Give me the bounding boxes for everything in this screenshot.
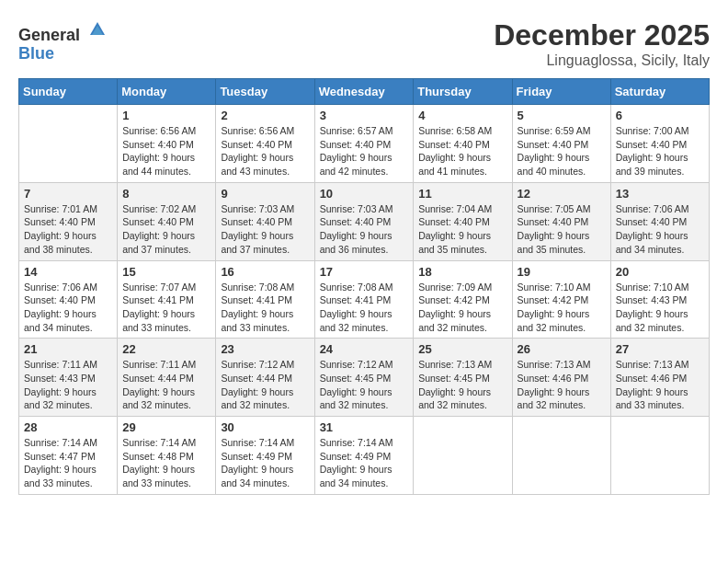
cell-sun-info: Sunrise: 7:02 AM Sunset: 4:40 PM Dayligh… — [122, 202, 210, 257]
weekday-header-thursday: Thursday — [414, 79, 512, 105]
day-number: 30 — [221, 420, 309, 434]
calendar-cell: 12Sunrise: 7:05 AM Sunset: 4:40 PM Dayli… — [512, 182, 610, 260]
day-number: 25 — [418, 342, 506, 356]
logo: General Blue — [18, 18, 108, 63]
day-number: 5 — [518, 109, 606, 122]
weekday-header-wednesday: Wednesday — [314, 79, 414, 105]
calendar-cell — [610, 417, 709, 495]
day-number: 21 — [24, 342, 112, 356]
month-title: December 2025 — [494, 18, 710, 52]
calendar-cell: 11Sunrise: 7:04 AM Sunset: 4:40 PM Dayli… — [414, 182, 512, 260]
cell-sun-info: Sunrise: 7:12 AM Sunset: 4:45 PM Dayligh… — [320, 358, 409, 412]
calendar-cell: 3Sunrise: 6:57 AM Sunset: 4:40 PM Daylig… — [314, 105, 414, 183]
cell-sun-info: Sunrise: 7:04 AM Sunset: 4:40 PM Dayligh… — [418, 202, 506, 257]
day-number: 1 — [122, 109, 210, 122]
calendar-cell: 24Sunrise: 7:12 AM Sunset: 4:45 PM Dayli… — [314, 339, 414, 417]
cell-sun-info: Sunrise: 6:59 AM Sunset: 4:40 PM Dayligh… — [518, 124, 606, 178]
calendar-week-row: 14Sunrise: 7:06 AM Sunset: 4:40 PM Dayli… — [19, 260, 710, 339]
weekday-header-saturday: Saturday — [610, 79, 709, 105]
day-number: 3 — [320, 109, 409, 122]
cell-sun-info: Sunrise: 7:14 AM Sunset: 4:49 PM Dayligh… — [221, 436, 309, 490]
day-number: 11 — [418, 187, 506, 201]
day-number: 24 — [320, 342, 409, 356]
calendar-week-row: 28Sunrise: 7:14 AM Sunset: 4:47 PM Dayli… — [19, 417, 710, 495]
cell-sun-info: Sunrise: 7:13 AM Sunset: 4:46 PM Dayligh… — [616, 358, 704, 412]
calendar-cell: 1Sunrise: 6:56 AM Sunset: 4:40 PM Daylig… — [118, 105, 216, 183]
cell-sun-info: Sunrise: 7:01 AM Sunset: 4:40 PM Dayligh… — [24, 202, 112, 257]
logo-blue: Blue — [18, 44, 54, 63]
calendar-cell: 20Sunrise: 7:10 AM Sunset: 4:43 PM Dayli… — [610, 260, 709, 339]
calendar-cell: 30Sunrise: 7:14 AM Sunset: 4:49 PM Dayli… — [216, 417, 314, 495]
calendar-cell: 18Sunrise: 7:09 AM Sunset: 4:42 PM Dayli… — [414, 260, 512, 339]
day-number: 29 — [122, 420, 210, 434]
calendar-cell: 14Sunrise: 7:06 AM Sunset: 4:40 PM Dayli… — [19, 260, 118, 339]
day-number: 8 — [122, 187, 210, 201]
calendar-cell: 2Sunrise: 6:56 AM Sunset: 4:40 PM Daylig… — [216, 105, 314, 183]
calendar-cell: 22Sunrise: 7:11 AM Sunset: 4:44 PM Dayli… — [118, 339, 216, 417]
day-number: 10 — [320, 187, 409, 201]
calendar-cell: 13Sunrise: 7:06 AM Sunset: 4:40 PM Dayli… — [610, 182, 709, 260]
calendar-cell — [512, 417, 610, 495]
calendar-cell: 23Sunrise: 7:12 AM Sunset: 4:44 PM Dayli… — [216, 339, 314, 417]
day-number: 31 — [320, 420, 409, 434]
logo-icon — [86, 18, 108, 40]
calendar-table: SundayMondayTuesdayWednesdayThursdayFrid… — [18, 78, 710, 495]
calendar-cell: 5Sunrise: 6:59 AM Sunset: 4:40 PM Daylig… — [512, 105, 610, 183]
cell-sun-info: Sunrise: 7:06 AM Sunset: 4:40 PM Dayligh… — [24, 281, 112, 335]
day-number: 4 — [418, 109, 506, 122]
calendar-cell: 28Sunrise: 7:14 AM Sunset: 4:47 PM Dayli… — [19, 417, 118, 495]
day-number: 26 — [518, 342, 606, 356]
day-number: 6 — [616, 109, 704, 122]
cell-sun-info: Sunrise: 7:14 AM Sunset: 4:49 PM Dayligh… — [320, 436, 409, 490]
day-number: 19 — [518, 265, 606, 279]
weekday-header-row: SundayMondayTuesdayWednesdayThursdayFrid… — [19, 79, 710, 105]
cell-sun-info: Sunrise: 7:11 AM Sunset: 4:43 PM Dayligh… — [24, 358, 112, 412]
cell-sun-info: Sunrise: 6:56 AM Sunset: 4:40 PM Dayligh… — [122, 124, 210, 178]
calendar-cell — [19, 105, 118, 183]
calendar-cell: 10Sunrise: 7:03 AM Sunset: 4:40 PM Dayli… — [314, 182, 414, 260]
calendar-cell: 29Sunrise: 7:14 AM Sunset: 4:48 PM Dayli… — [118, 417, 216, 495]
day-number: 27 — [616, 342, 704, 356]
day-number: 13 — [616, 187, 704, 201]
calendar-cell: 26Sunrise: 7:13 AM Sunset: 4:46 PM Dayli… — [512, 339, 610, 417]
cell-sun-info: Sunrise: 7:05 AM Sunset: 4:40 PM Dayligh… — [518, 202, 606, 257]
cell-sun-info: Sunrise: 7:08 AM Sunset: 4:41 PM Dayligh… — [320, 281, 409, 335]
day-number: 28 — [24, 420, 112, 434]
cell-sun-info: Sunrise: 7:03 AM Sunset: 4:40 PM Dayligh… — [320, 202, 409, 257]
calendar-cell — [414, 417, 512, 495]
day-number: 12 — [518, 187, 606, 201]
day-number: 14 — [24, 265, 112, 279]
cell-sun-info: Sunrise: 6:58 AM Sunset: 4:40 PM Dayligh… — [418, 124, 506, 178]
day-number: 17 — [320, 265, 409, 279]
cell-sun-info: Sunrise: 7:10 AM Sunset: 4:43 PM Dayligh… — [616, 281, 704, 335]
calendar-week-row: 7Sunrise: 7:01 AM Sunset: 4:40 PM Daylig… — [19, 182, 710, 260]
calendar-cell: 25Sunrise: 7:13 AM Sunset: 4:45 PM Dayli… — [414, 339, 512, 417]
cell-sun-info: Sunrise: 7:14 AM Sunset: 4:48 PM Dayligh… — [122, 436, 210, 490]
day-number: 9 — [221, 187, 309, 201]
calendar-cell: 9Sunrise: 7:03 AM Sunset: 4:40 PM Daylig… — [216, 182, 314, 260]
day-number: 23 — [221, 342, 309, 356]
calendar-cell: 8Sunrise: 7:02 AM Sunset: 4:40 PM Daylig… — [118, 182, 216, 260]
day-number: 22 — [122, 342, 210, 356]
cell-sun-info: Sunrise: 7:08 AM Sunset: 4:41 PM Dayligh… — [221, 281, 309, 335]
cell-sun-info: Sunrise: 7:03 AM Sunset: 4:40 PM Dayligh… — [221, 202, 309, 257]
cell-sun-info: Sunrise: 6:56 AM Sunset: 4:40 PM Dayligh… — [221, 124, 309, 178]
calendar-cell: 19Sunrise: 7:10 AM Sunset: 4:42 PM Dayli… — [512, 260, 610, 339]
location-title: Linguaglossa, Sicily, Italy — [494, 52, 710, 69]
cell-sun-info: Sunrise: 7:13 AM Sunset: 4:46 PM Dayligh… — [518, 358, 606, 412]
cell-sun-info: Sunrise: 7:13 AM Sunset: 4:45 PM Dayligh… — [418, 358, 506, 412]
calendar-cell: 31Sunrise: 7:14 AM Sunset: 4:49 PM Dayli… — [314, 417, 414, 495]
calendar-cell: 27Sunrise: 7:13 AM Sunset: 4:46 PM Dayli… — [610, 339, 709, 417]
calendar-cell: 17Sunrise: 7:08 AM Sunset: 4:41 PM Dayli… — [314, 260, 414, 339]
cell-sun-info: Sunrise: 7:06 AM Sunset: 4:40 PM Dayligh… — [616, 202, 704, 257]
cell-sun-info: Sunrise: 7:09 AM Sunset: 4:42 PM Dayligh… — [418, 281, 506, 335]
calendar-week-row: 21Sunrise: 7:11 AM Sunset: 4:43 PM Dayli… — [19, 339, 710, 417]
calendar-cell: 21Sunrise: 7:11 AM Sunset: 4:43 PM Dayli… — [19, 339, 118, 417]
cell-sun-info: Sunrise: 7:11 AM Sunset: 4:44 PM Dayligh… — [122, 358, 210, 412]
weekday-header-monday: Monday — [118, 79, 216, 105]
weekday-header-friday: Friday — [512, 79, 610, 105]
calendar-cell: 15Sunrise: 7:07 AM Sunset: 4:41 PM Dayli… — [118, 260, 216, 339]
calendar-cell: 16Sunrise: 7:08 AM Sunset: 4:41 PM Dayli… — [216, 260, 314, 339]
day-number: 20 — [616, 265, 704, 279]
weekday-header-tuesday: Tuesday — [216, 79, 314, 105]
